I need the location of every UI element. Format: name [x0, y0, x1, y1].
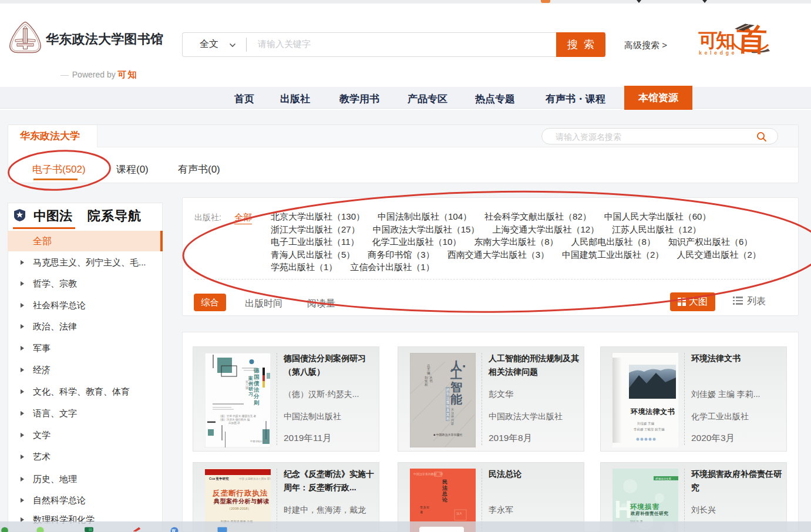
svg-text:中国·反垄断执法十周年·研究: 中国·反垄断执法十周年·研究 [239, 477, 271, 480]
svg-text:Cca 竞争研究: Cca 竞争研究 [209, 477, 229, 481]
svg-text:例: 例 [248, 381, 253, 386]
svg-text:刘佳嫒 主编: 刘佳嫒 主编 [637, 422, 655, 426]
svg-text:工: 工 [450, 368, 462, 381]
svg-text:案: 案 [248, 375, 253, 381]
svg-text:W: W [172, 528, 176, 532]
svg-text:民: 民 [442, 479, 447, 485]
svg-text:李莉娜 王毓莹 副主编: 李莉娜 王毓莹 副主编 [634, 427, 665, 432]
svg-text:（2008-2018）: （2008-2018） [227, 507, 251, 511]
svg-text:能: 能 [450, 393, 462, 406]
svg-text:法: 法 [446, 396, 450, 400]
svg-text:及: 及 [446, 408, 450, 412]
svg-text:可知: 可知 [698, 29, 734, 51]
svg-text:题: 题 [451, 422, 454, 426]
svg-text:［德］甘斯·约瑟夫·穆瑟拉克 著: ［德］甘斯·约瑟夫·穆瑟拉克 著 [218, 414, 256, 418]
svg-text:法: 法 [253, 386, 260, 393]
svg-text:研: 研 [248, 386, 253, 392]
svg-text:环境损害: 环境损害 [630, 503, 659, 510]
svg-text:编: 编 [427, 371, 430, 375]
svg-text:中国法学系列教材 · 04: 中国法学系列教材 · 04 [413, 472, 443, 476]
svg-text:相: 相 [446, 417, 450, 421]
svg-text:H: H [614, 496, 632, 523]
svg-text:德: 德 [253, 367, 260, 373]
svg-text:典型案件分析与解读: 典型案件分析与解读 [213, 498, 270, 504]
svg-text:则: 则 [253, 399, 260, 406]
svg-text:版: 版 [245, 386, 248, 390]
svg-text:制: 制 [446, 405, 450, 409]
svg-text:权: 权 [424, 383, 428, 386]
svg-text:环境法律文书: 环境法律文书 [630, 408, 675, 416]
svg-text:中国法制出版社: 中国法制出版社 [250, 440, 267, 443]
svg-text:政府补偿责任研究: 政府补偿责任研究 [630, 511, 668, 516]
svg-text:环境法治文库 →: 环境法治文库 → [655, 477, 675, 480]
svg-text:刑: 刑 [446, 392, 450, 396]
svg-text:分: 分 [253, 393, 260, 399]
svg-text:的: 的 [446, 388, 450, 392]
svg-text:书: 书 [429, 379, 433, 383]
svg-text:国: 国 [254, 373, 260, 380]
svg-text:习: 习 [248, 392, 253, 397]
svg-text:法大: 法大 [456, 511, 462, 516]
svg-text:法: 法 [442, 485, 447, 491]
svg-text:著: 著 [420, 510, 423, 514]
svg-text:其: 其 [446, 413, 450, 416]
svg-text:keledge: keledge [699, 50, 737, 56]
svg-text:李永军: 李永军 [420, 506, 430, 509]
svg-text:债: 债 [253, 380, 260, 386]
svg-text:论: 论 [442, 497, 448, 503]
svg-text:反垄断行政执法: 反垄断行政执法 [212, 489, 268, 497]
svg-text:智: 智 [450, 381, 462, 393]
svg-text:庄加园 译: 庄加园 译 [228, 421, 240, 425]
svg-text:规: 规 [446, 400, 450, 405]
svg-text:■ 中国政法大学出版社: ■ 中国政法大学出版社 [433, 433, 462, 437]
svg-text:总: 总 [442, 491, 447, 497]
